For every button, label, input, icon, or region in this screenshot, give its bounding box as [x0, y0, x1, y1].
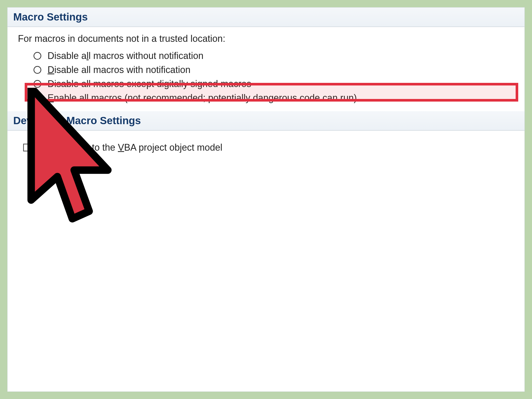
macro-options-group: Disable all macros without notification … — [18, 49, 514, 105]
radio-label: Disable all macros with notification — [48, 64, 190, 75]
radio-label: Disable all macros without notification — [48, 50, 203, 61]
radio-label: Disable all macros except digitally sign… — [48, 78, 251, 89]
radio-icon-selected — [34, 94, 41, 102]
radio-icon — [34, 66, 41, 74]
radio-icon — [34, 52, 41, 60]
developer-settings-body: Trust access to the VBA project object m… — [8, 131, 524, 158]
radio-label: Enable all macros (not recommended; pote… — [48, 92, 357, 103]
section-header-developer-macro-settings: Developer Macro Settings — [8, 111, 524, 131]
settings-panel: Macro Settings For macros in documents n… — [7, 7, 525, 392]
section-header-macro-settings: Macro Settings — [8, 8, 524, 27]
checkbox-icon — [23, 144, 31, 151]
checkbox-trust-vba-access[interactable]: Trust access to the VBA project object m… — [18, 137, 514, 153]
checkbox-label: Trust access to the VBA project object m… — [37, 142, 222, 153]
radio-disable-except-signed[interactable]: Disable all macros except digitally sign… — [34, 77, 514, 91]
radio-enable-all-macros[interactable]: Enable all macros (not recommended; pote… — [34, 91, 514, 105]
radio-disable-without-notification[interactable]: Disable all macros without notification — [34, 49, 514, 63]
macro-settings-intro: For macros in documents not in a trusted… — [18, 33, 514, 44]
radio-icon — [34, 80, 41, 88]
radio-disable-with-notification[interactable]: Disable all macros with notification — [34, 63, 514, 77]
macro-settings-body: For macros in documents not in a trusted… — [8, 27, 524, 110]
